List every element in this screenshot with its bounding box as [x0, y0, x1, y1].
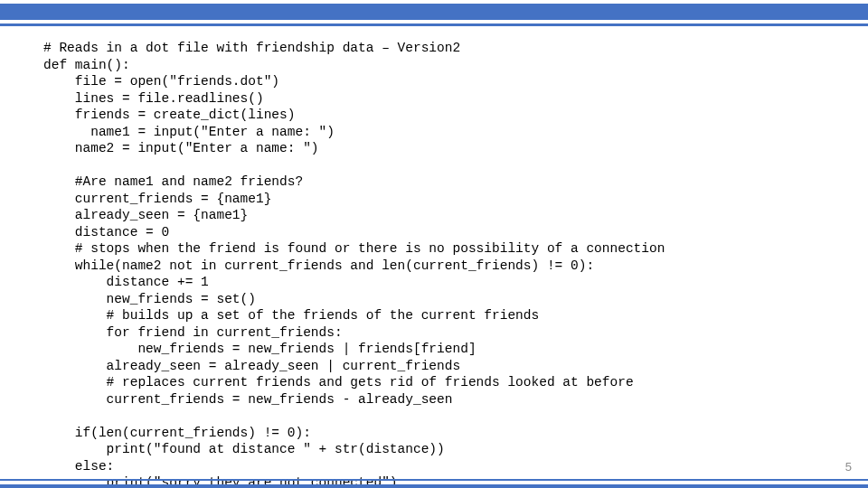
- page-number: 5: [845, 460, 852, 474]
- top-accent-bar-thick: [0, 4, 868, 20]
- code-block: # Reads in a dot file with friendship da…: [43, 40, 825, 488]
- top-accent-bar-thin: [0, 23, 868, 26]
- slide: # Reads in a dot file with friendship da…: [0, 0, 868, 488]
- bottom-accent-bar-thin: [0, 479, 868, 481]
- bottom-accent-bar-thick: [0, 484, 868, 488]
